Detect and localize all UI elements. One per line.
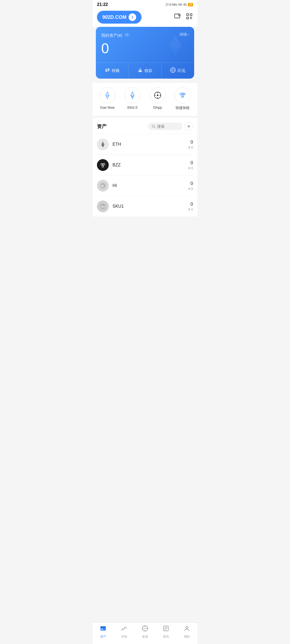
signal-badge: 4G <box>183 3 187 6</box>
add-wallet-icon[interactable] <box>174 13 181 22</box>
domain-button[interactable]: 902D.COM <box>97 11 142 24</box>
sku1-qty: 0 <box>188 202 193 207</box>
sku1-name: SKU1 <box>113 204 188 209</box>
hi-logo: hi <box>97 180 109 192</box>
asset-list: ETH 0 ¥ 0 BZZ <box>97 134 193 217</box>
svg-rect-4 <box>187 14 189 16</box>
svg-point-37 <box>103 164 105 165</box>
app-header: 902D.COM <box>93 8 197 27</box>
quick-item-gas-now[interactable]: Gas Now <box>99 87 115 110</box>
add-asset-button[interactable]: + <box>184 122 193 131</box>
search-input-wrap[interactable] <box>148 123 182 130</box>
battery-icon: 18 <box>188 3 193 6</box>
asset-row-eth[interactable]: ETH 0 ¥ 0 <box>97 134 193 155</box>
svg-point-22 <box>157 94 158 96</box>
quick-item-add-chain[interactable]: EVM 快捷加链 <box>175 87 191 110</box>
gas-now-icon-wrap <box>99 87 115 103</box>
status-bar: 21:22 27.8 KB/s HD 4G 18 <box>93 0 197 8</box>
domain-text: 902D.COM <box>102 14 126 20</box>
scan-icon[interactable] <box>186 13 193 22</box>
dapp-icon-wrap <box>150 87 166 103</box>
hd-badge: HD <box>178 3 182 6</box>
asset-row-bzz[interactable]: BZZ 0 ¥ 0 <box>97 155 193 175</box>
svg-rect-6 <box>187 17 189 19</box>
network-speed: 27.8 KB/s <box>166 3 177 6</box>
quick-menu: Gas Now Eth2.0 <box>93 83 197 116</box>
assets-header: 资产 + <box>97 122 193 131</box>
domain-arrow-icon <box>129 13 136 21</box>
bzz-cny: ¥ 0 <box>188 166 193 170</box>
sku1-cny: ¥ 0 <box>188 207 193 211</box>
dapp-label: DApp <box>153 105 162 109</box>
eth-qty: 0 <box>188 140 193 145</box>
asset-label: 我的资产(¥) <box>101 32 130 39</box>
add-chain-icon-wrap: EVM <box>175 87 191 103</box>
asset-card: 我的资产(¥) 详情 › 0 <box>96 27 194 79</box>
svg-point-10 <box>125 34 129 36</box>
eth2-icon-wrap <box>124 87 140 103</box>
svg-rect-5 <box>190 14 192 16</box>
swap-button[interactable]: 闪兑 <box>161 63 194 79</box>
svg-text:hi: hi <box>101 184 104 188</box>
eth-value: 0 ¥ 0 <box>188 140 193 149</box>
bzz-value: 0 ¥ 0 <box>188 160 193 170</box>
eth-name: ETH <box>113 142 188 147</box>
transfer-button[interactable]: 转账 <box>96 63 128 79</box>
status-time: 21:22 <box>97 2 108 7</box>
svg-line-30 <box>154 127 155 128</box>
svg-point-38 <box>102 166 104 167</box>
bzz-qty: 0 <box>188 160 193 166</box>
svg-point-36 <box>101 164 103 165</box>
swap-icon <box>170 67 176 74</box>
sku1-value: 0 ¥ 0 <box>188 202 193 211</box>
bzz-name: BZZ <box>113 163 188 167</box>
assets-title: 资产 <box>97 123 107 130</box>
assets-section: 资产 + <box>93 118 197 217</box>
asset-actions: 转账 收款 闪兑 <box>96 63 194 79</box>
hi-name: HI <box>113 183 188 188</box>
bzz-logo <box>97 159 109 171</box>
status-icons: 27.8 KB/s HD 4G 18 <box>166 3 193 6</box>
transfer-label: 转账 <box>112 68 120 73</box>
svg-point-11 <box>126 34 128 36</box>
search-icon <box>152 125 155 128</box>
eth-cny: ¥ 0 <box>188 145 193 149</box>
receive-label: 收款 <box>144 68 153 73</box>
header-action-icons <box>174 13 193 22</box>
eth2-label: Eth2.0 <box>127 105 137 109</box>
asset-row-sku1[interactable]: SKU SKU1 0 ¥ 0 <box>97 196 193 217</box>
quick-item-eth2[interactable]: Eth2.0 <box>124 87 140 110</box>
quick-item-dapp[interactable]: DApp <box>150 87 166 110</box>
gas-now-label: Gas Now <box>100 105 114 109</box>
eth-watermark <box>162 32 189 60</box>
transfer-icon <box>105 67 110 74</box>
hi-cny: ¥ 0 <box>188 187 193 191</box>
receive-button[interactable]: 收款 <box>128 63 161 79</box>
swap-label: 闪兑 <box>177 68 186 73</box>
asset-row-hi[interactable]: hi HI 0 ¥ 0 <box>97 175 193 196</box>
svg-text:SKU: SKU <box>101 206 105 208</box>
eye-icon[interactable] <box>124 32 130 39</box>
hi-value: 0 ¥ 0 <box>188 181 193 191</box>
search-bar: + <box>148 122 193 131</box>
eth-logo <box>97 138 109 150</box>
receive-icon <box>137 67 143 74</box>
add-chain-label: 快捷加链 <box>176 105 190 110</box>
hi-qty: 0 <box>188 181 193 186</box>
sku1-logo: SKU <box>97 200 109 212</box>
svg-point-15 <box>172 69 174 71</box>
search-input[interactable] <box>157 124 179 129</box>
